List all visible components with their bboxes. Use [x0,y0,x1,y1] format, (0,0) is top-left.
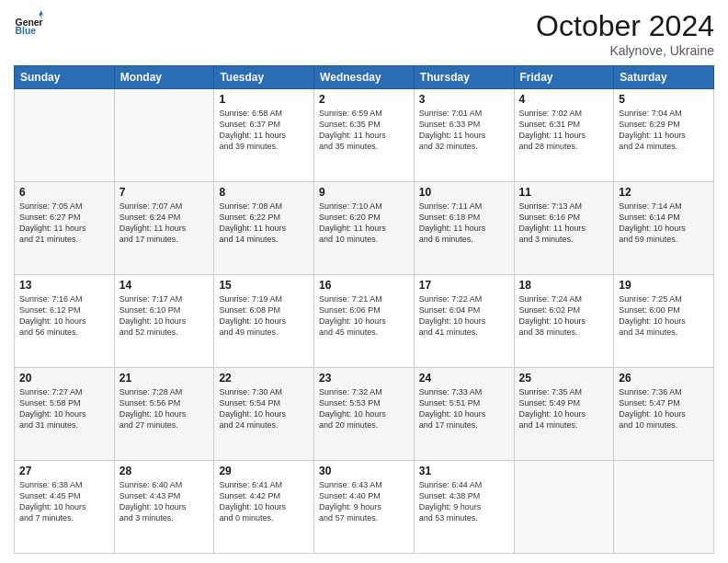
day-number: 30 [319,465,409,477]
calendar-table: Sunday Monday Tuesday Wednesday Thursday… [14,65,714,554]
calendar-cell: 26Sunrise: 7:36 AM Sunset: 5:47 PM Dayli… [614,368,714,461]
calendar-cell: 22Sunrise: 7:30 AM Sunset: 5:54 PM Dayli… [214,368,314,461]
subtitle: Kalynove, Ukraine [536,43,714,58]
calendar-cell: 29Sunrise: 6:41 AM Sunset: 4:42 PM Dayli… [214,461,314,554]
calendar-week-2: 6Sunrise: 7:05 AM Sunset: 6:27 PM Daylig… [15,182,714,275]
day-info: Sunrise: 7:33 AM Sunset: 5:51 PM Dayligh… [419,386,509,431]
day-number: 1 [219,93,309,106]
calendar-cell: 30Sunrise: 6:43 AM Sunset: 4:40 PM Dayli… [314,461,415,554]
day-number: 14 [119,279,210,292]
day-number: 11 [519,186,609,199]
day-number: 26 [619,372,709,385]
day-number: 31 [419,465,509,477]
calendar-cell: 15Sunrise: 7:19 AM Sunset: 6:08 PM Dayli… [214,275,314,368]
calendar-cell: 14Sunrise: 7:17 AM Sunset: 6:10 PM Dayli… [114,275,214,368]
day-info: Sunrise: 7:01 AM Sunset: 6:33 PM Dayligh… [419,108,509,153]
day-number: 25 [519,372,609,385]
calendar-cell: 6Sunrise: 7:05 AM Sunset: 6:27 PM Daylig… [15,182,115,275]
logo: General Blue [14,9,43,39]
day-info: Sunrise: 6:41 AM Sunset: 4:42 PM Dayligh… [219,479,309,524]
day-number: 5 [619,93,709,106]
calendar-cell: 21Sunrise: 7:28 AM Sunset: 5:56 PM Dayli… [114,368,214,461]
day-info: Sunrise: 7:13 AM Sunset: 6:16 PM Dayligh… [519,201,609,246]
calendar-cell: 12Sunrise: 7:14 AM Sunset: 6:14 PM Dayli… [614,182,714,275]
svg-marker-2 [39,11,43,16]
calendar-cell: 16Sunrise: 7:21 AM Sunset: 6:06 PM Dayli… [314,275,415,368]
day-number: 9 [319,186,409,199]
calendar-cell: 9Sunrise: 7:10 AM Sunset: 6:20 PM Daylig… [314,182,415,275]
day-info: Sunrise: 7:32 AM Sunset: 5:53 PM Dayligh… [319,386,409,431]
calendar-cell: 19Sunrise: 7:25 AM Sunset: 6:00 PM Dayli… [614,275,714,368]
col-friday: Friday [514,66,614,89]
calendar-cell [15,89,115,182]
calendar-cell [114,89,214,182]
month-title: October 2024 [536,9,714,43]
calendar-cell: 24Sunrise: 7:33 AM Sunset: 5:51 PM Dayli… [414,368,514,461]
calendar-cell: 4Sunrise: 7:02 AM Sunset: 6:31 PM Daylig… [514,89,614,182]
col-monday: Monday [114,66,214,89]
day-number: 16 [319,279,409,292]
day-info: Sunrise: 7:14 AM Sunset: 6:14 PM Dayligh… [619,201,709,246]
calendar-cell: 8Sunrise: 7:08 AM Sunset: 6:22 PM Daylig… [214,182,314,275]
calendar-cell: 25Sunrise: 7:35 AM Sunset: 5:49 PM Dayli… [514,368,614,461]
day-info: Sunrise: 7:07 AM Sunset: 6:24 PM Dayligh… [119,201,210,246]
day-info: Sunrise: 7:16 AM Sunset: 6:12 PM Dayligh… [19,293,109,339]
day-number: 3 [419,93,509,106]
day-number: 12 [619,186,709,199]
calendar-cell: 7Sunrise: 7:07 AM Sunset: 6:24 PM Daylig… [114,182,214,275]
calendar-cell: 2Sunrise: 6:59 AM Sunset: 6:35 PM Daylig… [314,89,415,182]
day-info: Sunrise: 7:10 AM Sunset: 6:20 PM Dayligh… [319,201,409,246]
calendar-week-1: 1Sunrise: 6:58 AM Sunset: 6:37 PM Daylig… [15,89,714,182]
calendar-cell [514,461,614,554]
day-number: 10 [419,186,509,199]
day-info: Sunrise: 6:40 AM Sunset: 4:43 PM Dayligh… [119,479,210,524]
calendar-week-4: 20Sunrise: 7:27 AM Sunset: 5:58 PM Dayli… [15,368,714,461]
calendar-cell [614,461,714,554]
day-number: 22 [219,372,309,385]
col-tuesday: Tuesday [214,66,314,89]
page: General Blue October 2024 Kalynove, Ukra… [0,0,728,563]
day-info: Sunrise: 6:38 AM Sunset: 4:45 PM Dayligh… [19,479,109,524]
day-number: 6 [19,186,109,199]
day-number: 28 [119,465,210,477]
calendar-cell: 10Sunrise: 7:11 AM Sunset: 6:18 PM Dayli… [414,182,514,275]
svg-text:Blue: Blue [16,26,37,36]
logo-icon: General Blue [14,9,43,39]
day-number: 2 [319,93,409,106]
calendar-cell: 27Sunrise: 6:38 AM Sunset: 4:45 PM Dayli… [15,461,115,554]
day-info: Sunrise: 7:22 AM Sunset: 6:04 PM Dayligh… [419,293,509,339]
calendar-cell: 17Sunrise: 7:22 AM Sunset: 6:04 PM Dayli… [414,275,514,368]
day-number: 23 [319,372,409,385]
day-number: 4 [519,93,609,106]
day-number: 20 [19,372,109,385]
day-number: 21 [119,372,210,385]
calendar-header-row: Sunday Monday Tuesday Wednesday Thursday… [15,66,714,89]
day-info: Sunrise: 7:24 AM Sunset: 6:02 PM Dayligh… [519,293,609,339]
calendar-cell: 5Sunrise: 7:04 AM Sunset: 6:29 PM Daylig… [614,89,714,182]
day-info: Sunrise: 6:43 AM Sunset: 4:40 PM Dayligh… [319,479,409,524]
day-info: Sunrise: 7:04 AM Sunset: 6:29 PM Dayligh… [619,108,709,153]
day-info: Sunrise: 7:08 AM Sunset: 6:22 PM Dayligh… [219,201,309,246]
day-info: Sunrise: 7:30 AM Sunset: 5:54 PM Dayligh… [219,386,309,431]
calendar-cell: 28Sunrise: 6:40 AM Sunset: 4:43 PM Dayli… [114,461,214,554]
calendar-cell: 31Sunrise: 6:44 AM Sunset: 4:38 PM Dayli… [414,461,514,554]
day-number: 24 [419,372,509,385]
day-number: 8 [219,186,309,199]
day-info: Sunrise: 7:27 AM Sunset: 5:58 PM Dayligh… [19,386,109,431]
calendar-cell: 13Sunrise: 7:16 AM Sunset: 6:12 PM Dayli… [15,275,115,368]
day-info: Sunrise: 7:05 AM Sunset: 6:27 PM Dayligh… [19,201,109,246]
calendar-cell: 23Sunrise: 7:32 AM Sunset: 5:53 PM Dayli… [314,368,415,461]
col-thursday: Thursday [414,66,514,89]
day-info: Sunrise: 6:44 AM Sunset: 4:38 PM Dayligh… [419,479,509,524]
day-number: 15 [219,279,309,292]
day-info: Sunrise: 7:25 AM Sunset: 6:00 PM Dayligh… [619,293,709,339]
calendar-week-5: 27Sunrise: 6:38 AM Sunset: 4:45 PM Dayli… [15,461,714,554]
col-wednesday: Wednesday [314,66,415,89]
day-info: Sunrise: 6:58 AM Sunset: 6:37 PM Dayligh… [219,108,309,153]
day-number: 13 [19,279,109,292]
title-block: October 2024 Kalynove, Ukraine [536,9,714,58]
day-info: Sunrise: 7:28 AM Sunset: 5:56 PM Dayligh… [119,386,210,431]
day-info: Sunrise: 7:11 AM Sunset: 6:18 PM Dayligh… [419,201,509,246]
day-number: 18 [519,279,609,292]
calendar-cell: 1Sunrise: 6:58 AM Sunset: 6:37 PM Daylig… [214,89,314,182]
